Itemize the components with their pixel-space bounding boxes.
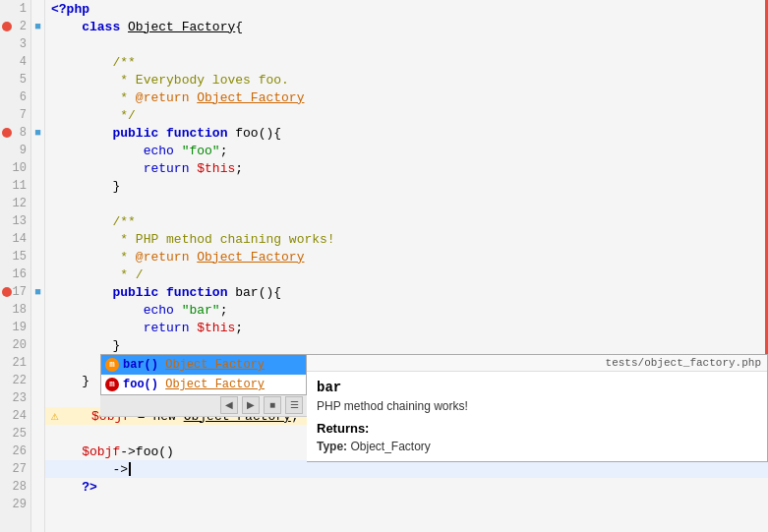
line-num-2: 2 — [0, 18, 30, 35]
line-num-5: 5 — [0, 71, 30, 89]
line-num-1: 1 — [0, 0, 30, 18]
gutter-25 — [31, 425, 44, 443]
gutter-8: ■ — [31, 124, 44, 142]
toolbar-docs-button[interactable]: ☰ — [285, 396, 303, 414]
toolbar-forward-button[interactable]: ▶ — [242, 396, 260, 414]
gutter-19 — [31, 319, 44, 336]
gutter-29 — [31, 496, 44, 513]
code-line-14: * PHP method chaining works! — [45, 230, 768, 248]
autocomplete-item-foo[interactable]: m foo() Object_Factory — [101, 375, 306, 394]
code-line-20: } — [45, 336, 768, 354]
gutter-13 — [31, 212, 44, 230]
gutter-4 — [31, 53, 44, 71]
toolbar-stop-button[interactable]: ■ — [264, 396, 281, 414]
doc-method-name: bar — [317, 380, 757, 395]
gutter-26 — [31, 443, 44, 460]
line-num-25: 25 — [0, 425, 30, 443]
line-num-20: 20 — [0, 336, 30, 354]
code-line-3 — [45, 35, 768, 53]
doc-panel: tests/object_factory.php bar PHP method … — [307, 354, 768, 462]
code-line-27: -> — [45, 460, 768, 478]
code-line-11: } — [45, 177, 768, 195]
code-line-18: echo "bar"; — [45, 301, 768, 319]
line-num-16: 16 — [0, 266, 30, 283]
line-num-12: 12 — [0, 195, 30, 212]
line-num-3: 3 — [0, 35, 30, 53]
line-num-7: 7 — [0, 106, 30, 124]
code-line-12 — [45, 195, 768, 212]
code-line-5: * Everybody loves foo. — [45, 71, 768, 89]
line-num-10: 10 — [0, 159, 30, 177]
line-num-14: 14 — [0, 230, 30, 248]
line-num-15: 15 — [0, 248, 30, 266]
line-num-6: 6 — [0, 89, 30, 106]
line-num-17: 17 — [0, 283, 30, 301]
line-numbers: 1 2 3 4 5 6 7 8 9 10 11 12 13 14 15 16 1… — [0, 0, 31, 532]
gutter-7 — [31, 106, 44, 124]
gutter-5 — [31, 71, 44, 89]
ac-icon-bar: m — [105, 358, 119, 372]
line-num-11: 11 — [0, 177, 30, 195]
popup-toolbar: ◀ ▶ ■ ☰ — [100, 393, 307, 417]
line-num-8: 8 — [0, 124, 30, 142]
code-line-15: * @return Object_Factory — [45, 248, 768, 266]
line-num-23: 23 — [0, 389, 30, 407]
code-line-2: class Object_Factory{ — [45, 18, 768, 35]
code-line-16: * / — [45, 266, 768, 283]
code-line-6: * @return Object_Factory — [45, 89, 768, 106]
doc-type-value: Object_Factory — [350, 440, 430, 453]
code-area: 1 2 3 4 5 6 7 8 9 10 11 12 13 14 15 16 1… — [0, 0, 768, 532]
line-num-9: 9 — [0, 142, 30, 159]
doc-type-row: Type: Object_Factory — [317, 440, 757, 453]
gutter-16 — [31, 266, 44, 283]
line-num-29: 29 — [0, 496, 30, 513]
line-num-28: 28 — [0, 478, 30, 496]
line-num-24: 24 — [0, 407, 30, 425]
code-line-9: echo "foo"; — [45, 142, 768, 159]
gutter-10 — [31, 159, 44, 177]
doc-description: PHP method chaining works! — [317, 399, 757, 413]
gutter-18 — [31, 301, 44, 319]
autocomplete-popup[interactable]: m bar() Object_Factory m foo() Object_Fa… — [100, 354, 307, 395]
code-line-8: public function foo(){ — [45, 124, 768, 142]
code-line-1: <?php — [45, 0, 768, 18]
gutter-12 — [31, 195, 44, 212]
code-line-13: /** — [45, 212, 768, 230]
toolbar-back-button[interactable]: ◀ — [220, 396, 238, 414]
line-num-22: 22 — [0, 372, 30, 389]
autocomplete-item-bar[interactable]: m bar() Object_Factory — [101, 355, 306, 375]
gutter-15 — [31, 248, 44, 266]
line-num-27: 27 — [0, 460, 30, 478]
code-line-19: return $this; — [45, 319, 768, 336]
gutter-3 — [31, 35, 44, 53]
code-line-10: return $this; — [45, 159, 768, 177]
ac-text-foo: foo() Object_Factory — [123, 378, 265, 391]
gutter-23 — [31, 389, 44, 407]
code-line-17: public function bar(){ — [45, 283, 768, 301]
line-num-19: 19 — [0, 319, 30, 336]
line-num-4: 4 — [0, 53, 30, 71]
line-num-13: 13 — [0, 212, 30, 230]
gutter-27 — [31, 460, 44, 478]
gutter-2: ■ — [31, 18, 44, 35]
code-line-7: */ — [45, 106, 768, 124]
code-lines[interactable]: <?php class Object_Factory{ /** * Everyb… — [45, 0, 768, 532]
code-line-28: ?> — [45, 478, 768, 496]
line-num-26: 26 — [0, 443, 30, 460]
ac-icon-foo: m — [105, 378, 119, 391]
gutter-9 — [31, 142, 44, 159]
gutter-6 — [31, 89, 44, 106]
gutter-17: ■ — [31, 283, 44, 301]
gutter-11 — [31, 177, 44, 195]
editor-container: 1 2 3 4 5 6 7 8 9 10 11 12 13 14 15 16 1… — [0, 0, 768, 532]
code-line-29 — [45, 496, 768, 513]
line-num-18: 18 — [0, 301, 30, 319]
doc-returns-label: Returns: — [317, 421, 757, 436]
gutter-24 — [31, 407, 44, 425]
doc-content: bar PHP method chaining works! Returns: … — [307, 372, 767, 461]
gutter: ■ ■ ■ — [31, 0, 45, 532]
code-line-4: /** — [45, 53, 768, 71]
doc-type-label: Type: — [317, 440, 347, 453]
ac-text-bar: bar() Object_Factory — [123, 358, 265, 372]
gutter-14 — [31, 230, 44, 248]
